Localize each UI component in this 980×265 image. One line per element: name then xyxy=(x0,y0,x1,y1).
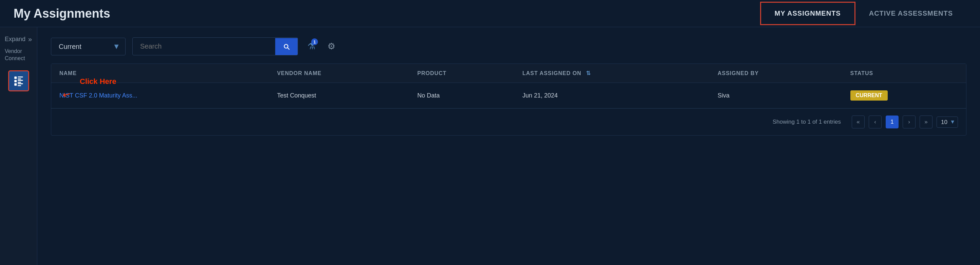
toolbar: Current All Past ▼ ⚗ 1 ⚙ xyxy=(51,37,966,55)
assignments-icon-button[interactable] xyxy=(8,70,29,91)
col-vendor-name: VENDOR NAME xyxy=(269,64,409,83)
page-first-button[interactable]: « xyxy=(852,115,865,128)
svg-rect-5 xyxy=(18,80,23,81)
click-here-label: Click Here xyxy=(80,77,116,86)
svg-rect-4 xyxy=(18,78,21,80)
data-table: NAME VENDOR NAME PRODUCT LAST ASSIGNED O… xyxy=(51,64,966,109)
col-last-assigned-on[interactable]: LAST ASSIGNED ON ⇅ xyxy=(514,64,709,83)
tab-my-assignments[interactable]: MY ASSIGNMENTS xyxy=(760,2,856,25)
svg-rect-3 xyxy=(18,77,23,77)
per-page-wrapper: 10 25 50 ▼ xyxy=(937,117,958,128)
cell-status: CURRENT xyxy=(842,83,966,109)
top-nav-tabs: MY ASSIGNMENTS ACTIVE ASSESSMENTS xyxy=(760,2,966,25)
main-layout: Expand » Vendor Connect xyxy=(0,27,980,265)
status-badge: CURRENT xyxy=(850,90,888,101)
filter-badge-button[interactable]: ⚗ 1 xyxy=(305,38,318,54)
svg-rect-1 xyxy=(14,80,17,82)
cell-name: Click Here ↙ NIST CSF 2.0 Maturity Ass..… xyxy=(51,83,269,109)
sort-icon: ⇅ xyxy=(586,70,591,76)
page-1-button[interactable]: 1 xyxy=(886,115,899,128)
table-row: Click Here ↙ NIST CSF 2.0 Maturity Ass..… xyxy=(51,83,966,109)
svg-rect-6 xyxy=(18,81,21,83)
cell-last-assigned-on: Jun 21, 2024 xyxy=(514,83,709,109)
tab-active-assessments[interactable]: ACTIVE ASSESSMENTS xyxy=(856,3,966,24)
cell-vendor-name: Test Conquest xyxy=(269,83,409,109)
svg-rect-8 xyxy=(18,85,21,86)
search-icon xyxy=(283,43,290,50)
content-area: Current All Past ▼ ⚗ 1 ⚙ xyxy=(37,27,980,265)
filter-badge-count: 1 xyxy=(311,38,318,45)
click-here-arrow: ↙ xyxy=(60,87,73,101)
col-status: STATUS xyxy=(842,64,966,83)
search-input[interactable] xyxy=(133,38,275,55)
cell-assigned-by: Siva xyxy=(710,83,842,109)
col-assigned-by: ASSIGNED BY xyxy=(710,64,842,83)
sidebar: Expand » Vendor Connect xyxy=(0,27,37,265)
filter-dropdown-wrapper: Current All Past ▼ xyxy=(51,38,126,55)
per-page-select[interactable]: 10 25 50 xyxy=(937,117,958,128)
svg-rect-2 xyxy=(14,83,17,86)
col-product: PRODUCT xyxy=(409,64,514,83)
vendor-connect-label: Vendor Connect xyxy=(0,48,37,62)
table-header-row: NAME VENDOR NAME PRODUCT LAST ASSIGNED O… xyxy=(51,64,966,83)
gear-icon: ⚙ xyxy=(328,41,335,51)
pagination-row: Showing 1 to 1 of 1 entries « ‹ 1 › » 10… xyxy=(51,109,966,135)
page-prev-button[interactable]: ‹ xyxy=(869,115,881,128)
search-wrapper xyxy=(132,37,298,55)
svg-rect-0 xyxy=(14,77,17,79)
table-body: Click Here ↙ NIST CSF 2.0 Maturity Ass..… xyxy=(51,83,966,109)
click-annotation: Click Here ↙ NIST CSF 2.0 Maturity Ass..… xyxy=(59,92,137,99)
top-nav: My Assignments MY ASSIGNMENTS ACTIVE ASS… xyxy=(0,0,980,27)
expand-label: Expand xyxy=(5,36,25,43)
sidebar-icon-area xyxy=(0,65,37,96)
data-table-container: NAME VENDOR NAME PRODUCT LAST ASSIGNED O… xyxy=(51,64,966,136)
svg-rect-7 xyxy=(18,83,23,84)
page-next-button[interactable]: › xyxy=(903,115,916,128)
table-header: NAME VENDOR NAME PRODUCT LAST ASSIGNED O… xyxy=(51,64,966,83)
search-button[interactable] xyxy=(275,38,298,55)
pagination-info: Showing 1 to 1 of 1 entries xyxy=(773,118,841,125)
chevron-right-icon: » xyxy=(28,35,32,43)
page-last-button[interactable]: » xyxy=(920,115,932,128)
sidebar-expand-button[interactable]: Expand » xyxy=(0,30,37,48)
filter-dropdown[interactable]: Current All Past xyxy=(51,38,126,55)
page-title: My Assignments xyxy=(0,6,110,21)
settings-button[interactable]: ⚙ xyxy=(325,38,338,54)
assignments-icon xyxy=(13,75,24,87)
cell-product: No Data xyxy=(409,83,514,109)
top-nav-left: My Assignments xyxy=(0,6,110,21)
